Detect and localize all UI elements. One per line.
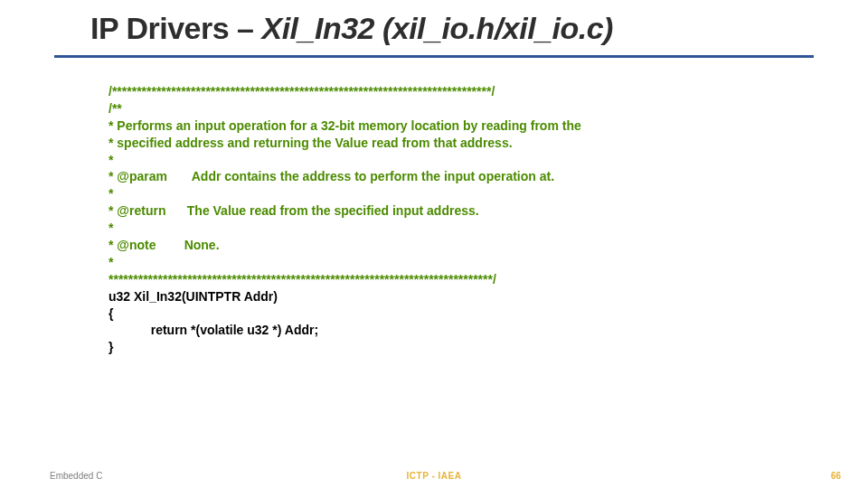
code-line: /** [108,101,122,116]
footer-page: 66 [831,471,841,481]
code-line: * [108,255,113,269]
code-block: /***************************************… [108,83,760,356]
code-line: ****************************************… [108,272,496,286]
footer-center: ICTP - IAEA [407,471,462,481]
title-italic: Xil_In32 (xil_io.h/xil_io.c) [261,11,612,45]
code-line: } [108,340,113,354]
content-area: /***************************************… [0,58,868,356]
code-line: * [108,186,113,201]
code-line: { [108,306,113,321]
code-line: * [108,221,113,235]
code-frag: Xil_In32 [134,289,182,304]
code-frag: u32 [108,289,134,304]
code-line: return *(volatile u32 *) Addr; [108,323,318,337]
title-prefix: IP Drivers – [90,11,261,45]
code-line: * Performs an input operation for a 32-b… [108,118,581,133]
footer: Embedded C ICTP - IAEA 66 [0,471,868,481]
slide-title: IP Drivers – Xil_In32 (xil_io.h/xil_io.c… [90,11,778,46]
code-line: /***************************************… [108,84,495,99]
code-frag [108,323,151,337]
footer-left: Embedded C [50,471,102,481]
code-line: * @note None. [108,238,220,252]
code-line: * specified address and returning the Va… [108,136,513,150]
code-line: * @return The Value read from the specif… [108,203,479,218]
code-line: u32 Xil_In32(UINTPTR Addr) [108,289,278,304]
title-wrap: IP Drivers – Xil_In32 (xil_io.h/xil_io.c… [0,0,868,52]
slide: IP Drivers – Xil_In32 (xil_io.h/xil_io.c… [0,0,868,488]
code-frag: return *(volatile [151,323,248,337]
code-line: * [108,153,113,167]
code-line: * @param Addr contains the address to pe… [108,169,554,183]
code-frag: (UINTPTR Addr) [182,289,278,304]
code-frag: u32 *) Addr; [247,323,318,337]
